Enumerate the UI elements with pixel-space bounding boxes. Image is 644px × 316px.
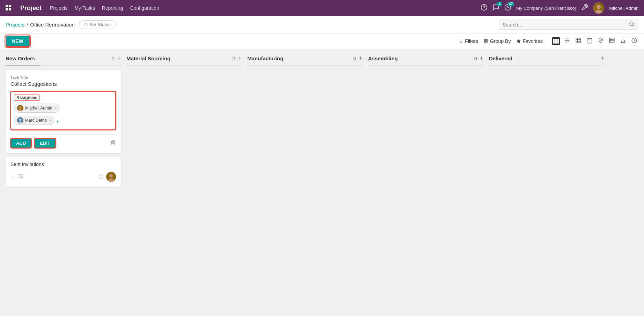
column-progress-material-sourcing [126, 65, 242, 66]
card-actions: ADD EDIT [10, 134, 116, 148]
search-icon[interactable] [629, 21, 635, 28]
svg-rect-0 [6, 5, 8, 7]
svg-rect-3 [9, 8, 11, 10]
column-add-manufacturing[interactable]: + [359, 55, 363, 62]
sent-invitations-title: Sent Invitations [10, 161, 116, 167]
view-icons [552, 36, 638, 46]
assignees-list: Mitchell Admin × [14, 104, 112, 127]
app-grid-button[interactable] [6, 5, 12, 11]
nav-configuration[interactable]: Configuration [130, 5, 159, 11]
breadcrumb: Projects / Office Rennovation [6, 22, 75, 28]
nav-reporting[interactable]: Reporting [102, 5, 123, 11]
column-add-delivered[interactable]: + [600, 55, 604, 62]
svg-rect-23 [576, 38, 581, 43]
status-dot [98, 174, 103, 179]
column-title-new-orders: New Orders [6, 55, 112, 61]
brand-name: Project [20, 5, 42, 12]
favorites-label: Favorites [522, 38, 543, 44]
breadcrumb-projects[interactable]: Projects [6, 22, 24, 28]
user-avatar[interactable] [593, 2, 604, 14]
svg-rect-15 [484, 39, 486, 41]
nav-projects[interactable]: Projects [50, 5, 68, 11]
support-icon[interactable] [481, 4, 488, 13]
svg-rect-2 [6, 8, 8, 10]
svg-rect-14 [461, 42, 461, 43]
breadcrumb-separator: / [27, 22, 28, 28]
add-button[interactable]: ADD [10, 138, 31, 148]
assignee-mitchell-admin: Mitchell Admin × [14, 104, 60, 113]
assignees-label: Assignees [14, 95, 40, 101]
svg-marker-19 [517, 39, 521, 43]
calendar-view-button[interactable] [585, 36, 594, 46]
assignees-section: Assignees [10, 91, 116, 130]
clock-view-button[interactable] [630, 36, 638, 46]
filters-button[interactable]: Filters [459, 38, 478, 44]
assignee-avatar-marc [17, 117, 23, 123]
top-navigation: Project Projects My Tasks Reporting Conf… [0, 0, 644, 16]
nav-links: Projects My Tasks Reporting Configuratio… [50, 5, 159, 11]
svg-point-32 [600, 39, 601, 40]
delete-button[interactable] [110, 140, 116, 147]
assignee-remove-mitchell[interactable]: × [54, 106, 57, 110]
column-manufacturing: Manufacturing 0 + [247, 55, 363, 70]
column-count-assembling: 0 [474, 56, 477, 61]
assignee-remove-marc[interactable]: × [49, 118, 51, 122]
card2-footer: ☆ [10, 172, 116, 182]
assignee-name-marc: Marc Demo [25, 118, 47, 123]
column-new-orders: New Orders 1 + Task Title Collect Sugges… [6, 55, 121, 187]
user-mini-avatar [106, 172, 116, 182]
column-header-new-orders: New Orders 1 + [6, 55, 121, 62]
column-header-material-sourcing: Material Sourcing 0 + [126, 55, 242, 62]
set-status-label: Set Status [90, 22, 111, 27]
column-progress-bar [6, 65, 40, 66]
column-title-material-sourcing: Material Sourcing [126, 55, 233, 61]
svg-rect-1 [9, 5, 11, 7]
chat-icon[interactable]: 4 [492, 4, 499, 13]
assignee-dropdown-icon[interactable]: ▾ [57, 119, 59, 124]
svg-point-47 [19, 119, 22, 121]
graph-view-button[interactable] [619, 36, 627, 46]
column-progress-manufacturing [247, 65, 363, 66]
favorites-button[interactable]: Favorites [516, 38, 543, 44]
column-progress-new-orders [6, 65, 121, 66]
kanban-view-button[interactable] [552, 37, 560, 45]
column-assembling: Assembling 0 + [368, 55, 483, 70]
column-header-manufacturing: Manufacturing 0 + [247, 55, 363, 62]
column-title-assembling: Assembling [368, 55, 474, 61]
new-button[interactable]: NEW [6, 36, 30, 47]
column-header-assembling: Assembling 0 + [368, 55, 483, 62]
svg-rect-12 [459, 40, 463, 40]
task-card-collect-suggestions: Task Title Collect Suggestions Assignees [6, 70, 121, 153]
star-icon[interactable]: ☆ [10, 174, 15, 180]
group-by-button[interactable]: Group By [484, 38, 511, 44]
task-title-label: Task Title [10, 75, 116, 80]
column-add-new-orders[interactable]: + [117, 55, 121, 62]
column-add-material-sourcing[interactable]: + [238, 55, 242, 62]
column-add-assembling[interactable]: + [480, 55, 483, 62]
svg-line-11 [633, 25, 634, 26]
task-title: Collect Suggestions [10, 81, 116, 87]
user-name: Mitchell Admin [609, 6, 638, 11]
activity-badge: 47 [507, 2, 514, 6]
settings-icon[interactable] [581, 4, 588, 13]
clock-icon[interactable] [18, 173, 24, 180]
column-progress-assembling [368, 65, 483, 66]
list-view-button[interactable] [563, 36, 571, 46]
edit-button[interactable]: EDIT [34, 138, 56, 148]
search-input[interactable] [503, 22, 627, 28]
task-card-sent-invitations: Sent Invitations ☆ [6, 157, 121, 187]
svg-rect-17 [484, 42, 486, 43]
search-bar [499, 20, 638, 30]
nav-my-tasks[interactable]: My Tasks [75, 5, 95, 11]
activity-icon[interactable]: 47 [504, 4, 511, 13]
column-progress-delivered [489, 65, 604, 66]
table-view-button[interactable] [574, 36, 583, 46]
set-status-button[interactable]: Set Status [79, 20, 116, 29]
map-view-button[interactable] [597, 36, 605, 46]
main-content: New Orders 1 + Task Title Collect Sugges… [0, 49, 644, 314]
company-name: My Company (San Francisco) [516, 6, 576, 11]
spreadsheet-view-button[interactable] [608, 36, 616, 46]
filters-label: Filters [465, 38, 478, 44]
column-count-material-sourcing: 0 [233, 56, 235, 61]
svg-rect-16 [486, 39, 488, 41]
